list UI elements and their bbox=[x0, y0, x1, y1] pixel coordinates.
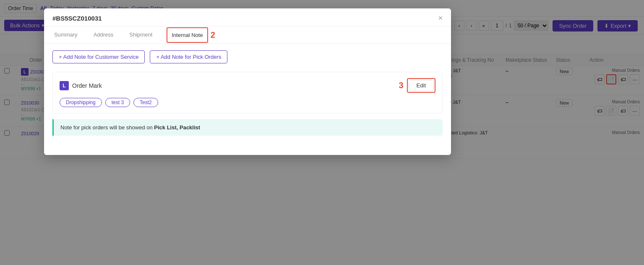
modal-content: + Add Note for Customer Service + Add No… bbox=[44, 44, 451, 142]
add-note-pick-button[interactable]: + Add Note for Pick Orders bbox=[150, 50, 227, 63]
tag-test2: Test2 bbox=[133, 98, 158, 107]
order-mark-label: Order Mark bbox=[72, 82, 102, 89]
tab-shipment[interactable]: Shipment bbox=[128, 26, 154, 44]
pick-note-bar: Note for pick orders will be showed on P… bbox=[52, 119, 443, 136]
pick-note-bold: Pick List, Packlist bbox=[154, 124, 200, 131]
edit-button-wrapper: Edit bbox=[407, 78, 435, 93]
order-mark-title: L Order Mark bbox=[60, 81, 102, 90]
step-3-label: 3 bbox=[399, 81, 403, 90]
tag-test3: test 3 bbox=[105, 98, 130, 107]
tag-dropshipping: Dropshipping bbox=[60, 98, 102, 107]
tab-address[interactable]: Address bbox=[92, 26, 115, 44]
pick-note-prefix: Note for pick orders bbox=[60, 124, 108, 131]
modal-dialog: #BS5SCZ010031 × Summary Address Shipment… bbox=[44, 8, 451, 155]
modal-tabs: Summary Address Shipment Internal Note 2 bbox=[44, 26, 451, 44]
tab-summary[interactable]: Summary bbox=[52, 26, 79, 44]
add-note-customer-button[interactable]: + Add Note for Customer Service bbox=[52, 50, 145, 63]
order-mark-avatar: L bbox=[60, 81, 69, 90]
modal-header: #BS5SCZ010031 × bbox=[44, 8, 451, 26]
edit-area: 3 Edit bbox=[399, 78, 435, 93]
tab-internal-note[interactable]: Internal Note bbox=[167, 27, 208, 43]
step-2-label: 2 bbox=[211, 30, 215, 40]
tags-row: Dropshipping test 3 Test2 bbox=[60, 98, 435, 107]
order-mark-header: L Order Mark 3 Edit bbox=[60, 78, 435, 93]
edit-button[interactable]: Edit bbox=[409, 80, 434, 91]
action-buttons-row: + Add Note for Customer Service + Add No… bbox=[52, 50, 443, 63]
order-mark-card: L Order Mark 3 Edit Dropshipping test 3 … bbox=[52, 72, 443, 113]
modal-title: #BS5SCZ010031 bbox=[52, 15, 102, 22]
tab-internal-note-wrapper: Internal Note 2 bbox=[167, 26, 215, 43]
pick-note-middle: will be showed on bbox=[110, 124, 154, 131]
modal-close-button[interactable]: × bbox=[438, 14, 443, 22]
